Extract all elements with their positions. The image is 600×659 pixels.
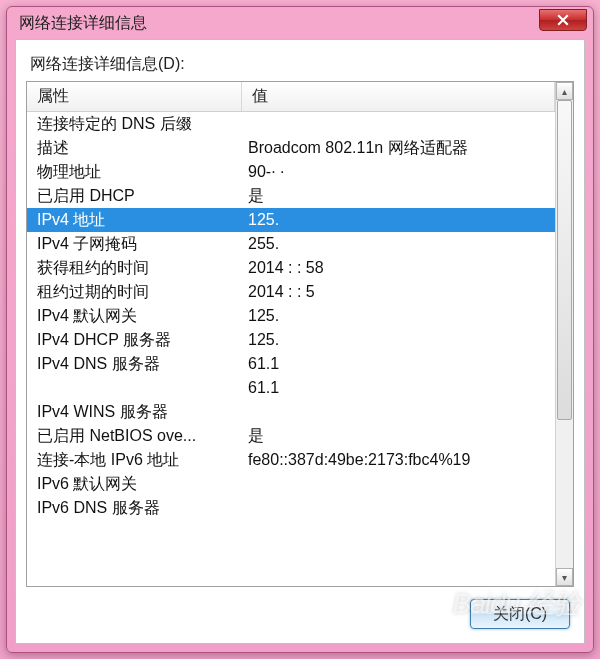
value-cell	[242, 472, 555, 496]
column-header-property[interactable]: 属性	[27, 82, 242, 111]
dialog-window: 网络连接详细信息 网络连接详细信息(D): 属性 值 连接特定的 DNS 后缀描…	[6, 6, 594, 653]
value-cell: 2014 : : 5	[242, 280, 555, 304]
property-cell: IPv4 地址	[27, 208, 242, 232]
property-cell: 描述	[27, 136, 242, 160]
value-cell: 90-· ·	[242, 160, 555, 184]
table-row[interactable]: IPv6 默认网关	[27, 472, 555, 496]
property-cell: 已启用 DHCP	[27, 184, 242, 208]
table-row[interactable]: 已启用 DHCP是	[27, 184, 555, 208]
value-cell: 61.1	[242, 376, 555, 400]
table-row[interactable]: IPv4 地址125.	[27, 208, 555, 232]
table-row[interactable]: IPv4 默认网关125.	[27, 304, 555, 328]
close-button-label: 关闭(C)	[493, 604, 547, 625]
value-cell: 是	[242, 184, 555, 208]
value-cell: Broadcom 802.11n 网络适配器	[242, 136, 555, 160]
scroll-up-button[interactable]: ▴	[556, 82, 573, 100]
value-cell: 2014 : : 58	[242, 256, 555, 280]
details-list: 属性 值 连接特定的 DNS 后缀描述Broadcom 802.11n 网络适配…	[26, 81, 574, 587]
property-cell: IPv4 子网掩码	[27, 232, 242, 256]
table-row[interactable]: IPv4 DHCP 服务器125.	[27, 328, 555, 352]
scroll-down-button[interactable]: ▾	[556, 568, 573, 586]
value-cell: fe80::387d:49be:2173:fbc4%19	[242, 448, 555, 472]
property-cell: 物理地址	[27, 160, 242, 184]
property-cell: IPv4 WINS 服务器	[27, 400, 242, 424]
table-row[interactable]: 描述Broadcom 802.11n 网络适配器	[27, 136, 555, 160]
value-cell: 255.	[242, 232, 555, 256]
table-row[interactable]: IPv4 DNS 服务器61.1	[27, 352, 555, 376]
column-header-value[interactable]: 值	[242, 82, 555, 111]
scroll-thumb[interactable]	[557, 100, 572, 420]
table-row[interactable]: 连接-本地 IPv6 地址fe80::387d:49be:2173:fbc4%1…	[27, 448, 555, 472]
window-title: 网络连接详细信息	[19, 13, 147, 34]
window-close-button[interactable]	[539, 9, 587, 31]
property-cell: IPv4 DHCP 服务器	[27, 328, 242, 352]
property-cell: 已启用 NetBIOS ove...	[27, 424, 242, 448]
scroll-track[interactable]	[556, 100, 573, 568]
close-button[interactable]: 关闭(C)	[470, 599, 570, 629]
table-row[interactable]: IPv4 子网掩码255.	[27, 232, 555, 256]
client-area: 网络连接详细信息(D): 属性 值 连接特定的 DNS 后缀描述Broadcom…	[15, 39, 585, 644]
value-cell: 是	[242, 424, 555, 448]
table-row[interactable]: 连接特定的 DNS 后缀	[27, 112, 555, 136]
table-row[interactable]: 已启用 NetBIOS ove...是	[27, 424, 555, 448]
property-cell	[27, 376, 242, 400]
value-cell: 125.	[242, 328, 555, 352]
table-row[interactable]: 物理地址90-· ·	[27, 160, 555, 184]
property-cell: 获得租约的时间	[27, 256, 242, 280]
table-row[interactable]: 租约过期的时间2014 : : 5	[27, 280, 555, 304]
close-icon	[557, 14, 569, 26]
vertical-scrollbar[interactable]: ▴ ▾	[555, 82, 573, 586]
value-cell: 125.	[242, 304, 555, 328]
property-cell: 租约过期的时间	[27, 280, 242, 304]
value-cell	[242, 112, 555, 136]
table-row[interactable]: 61.1	[27, 376, 555, 400]
property-cell: IPv4 默认网关	[27, 304, 242, 328]
button-bar: 关闭(C)	[26, 587, 574, 633]
value-cell: 125.	[242, 208, 555, 232]
table-row[interactable]: IPv4 WINS 服务器	[27, 400, 555, 424]
table-row[interactable]: IPv6 DNS 服务器	[27, 496, 555, 520]
value-cell: 61.1	[242, 352, 555, 376]
value-cell	[242, 400, 555, 424]
titlebar: 网络连接详细信息	[7, 7, 593, 39]
section-label: 网络连接详细信息(D):	[30, 54, 570, 75]
property-cell: IPv6 DNS 服务器	[27, 496, 242, 520]
property-cell: IPv6 默认网关	[27, 472, 242, 496]
property-cell: 连接-本地 IPv6 地址	[27, 448, 242, 472]
column-header-row: 属性 值	[27, 82, 555, 112]
table-row[interactable]: 获得租约的时间2014 : : 58	[27, 256, 555, 280]
value-cell	[242, 496, 555, 520]
property-cell: IPv4 DNS 服务器	[27, 352, 242, 376]
property-cell: 连接特定的 DNS 后缀	[27, 112, 242, 136]
